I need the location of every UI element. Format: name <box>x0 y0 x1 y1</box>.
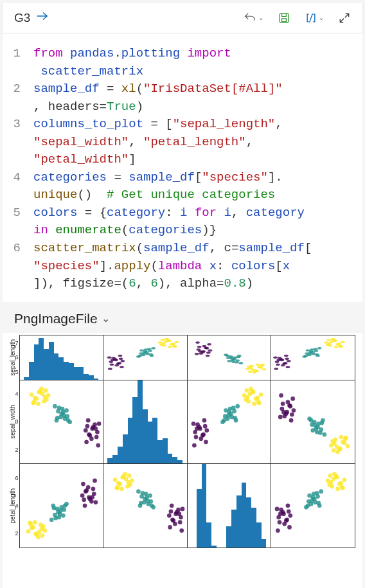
svg-point-226 <box>257 400 262 405</box>
svg-point-46 <box>173 346 177 348</box>
svg-point-83 <box>245 368 249 370</box>
line-number: 4 <box>8 169 33 187</box>
svg-point-274 <box>93 479 97 483</box>
svg-point-194 <box>201 432 206 436</box>
chevron-down-icon: ⌄ <box>319 14 324 21</box>
code-line[interactable]: from pandas.plotting import <box>33 45 357 63</box>
code-line[interactable]: columns_to_plot = ["sepal_length", <box>33 116 357 134</box>
svg-point-241 <box>290 412 294 416</box>
svg-point-362 <box>278 520 282 524</box>
scatter-cell <box>271 335 355 380</box>
svg-point-269 <box>343 440 347 445</box>
svg-point-308 <box>42 528 47 533</box>
svg-point-331 <box>169 510 174 514</box>
output-type-label[interactable]: PngImageFile ⌄ <box>0 302 365 333</box>
code-line[interactable]: scatter_matrix <box>33 63 357 81</box>
svg-point-323 <box>168 525 172 530</box>
svg-point-26 <box>151 347 156 350</box>
svg-point-89 <box>258 366 263 369</box>
svg-point-284 <box>83 490 87 494</box>
save-button[interactable] <box>278 12 290 24</box>
svg-point-341 <box>136 490 141 494</box>
undo-button[interactable]: ⌄ <box>243 11 263 25</box>
svg-point-38 <box>158 341 163 344</box>
svg-point-277 <box>82 504 87 508</box>
line-number: 5 <box>8 204 33 222</box>
code-line[interactable]: categories = sample_df["species"]. <box>33 169 357 187</box>
svg-point-180 <box>43 388 48 393</box>
svg-point-221 <box>258 392 263 396</box>
svg-point-249 <box>310 428 315 432</box>
svg-point-299 <box>62 504 67 508</box>
code-line[interactable]: colors = {category: i for i, category <box>33 204 357 222</box>
expand-button[interactable] <box>338 12 351 24</box>
histogram-cell: 765 <box>19 335 104 380</box>
code-line[interactable]: ]), figsize=(6, 6), alpha=0.8) <box>33 275 357 293</box>
svg-point-390 <box>312 492 316 496</box>
svg-rect-1 <box>282 18 287 21</box>
svg-point-349 <box>120 487 124 492</box>
svg-point-136 <box>339 346 343 348</box>
svg-point-47 <box>197 346 201 348</box>
svg-point-401 <box>343 477 347 482</box>
svg-point-388 <box>316 494 320 499</box>
svg-point-24 <box>139 350 144 352</box>
code-line[interactable]: "species"].apply(lambda x: colors[x <box>33 258 357 276</box>
svg-point-315 <box>40 533 44 538</box>
svg-point-191 <box>199 436 203 441</box>
code-line[interactable]: sample_df = xl("IrisDataSet[#All]" <box>33 80 357 98</box>
svg-point-225 <box>244 388 249 393</box>
scatter-cell <box>187 335 272 380</box>
svg-point-69 <box>227 360 231 362</box>
svg-point-301 <box>51 506 56 510</box>
svg-point-142 <box>85 418 90 422</box>
svg-point-312 <box>39 522 43 527</box>
code-line[interactable]: unique() # Get unique categories <box>33 186 357 204</box>
svg-point-193 <box>191 422 195 426</box>
svg-point-148 <box>96 422 101 426</box>
svg-point-384 <box>307 494 312 498</box>
histogram-cell <box>103 380 188 465</box>
scatter-cell <box>187 380 272 465</box>
svg-point-192 <box>204 428 209 432</box>
svg-point-210 <box>227 406 232 411</box>
code-line[interactable]: "sepal_width", "petal_length", <box>33 134 357 152</box>
svg-point-116 <box>317 347 322 350</box>
svg-point-330 <box>177 512 181 516</box>
svg-point-30 <box>144 348 148 351</box>
svg-point-74 <box>225 355 229 357</box>
svg-point-404 <box>339 481 343 486</box>
svg-point-339 <box>148 494 152 498</box>
reference-button[interactable]: ⌄ <box>305 12 324 24</box>
svg-point-282 <box>80 494 84 498</box>
svg-point-161 <box>53 404 57 408</box>
code-line[interactable]: "petal_width"] <box>33 151 357 169</box>
scatter-cell <box>103 463 188 548</box>
svg-point-88 <box>254 370 259 372</box>
svg-point-209 <box>222 418 226 422</box>
code-editor[interactable]: 1from pandas.plotting import1 scatter_ma… <box>3 33 362 302</box>
svg-point-329 <box>170 518 175 522</box>
svg-point-233 <box>290 396 295 401</box>
svg-point-272 <box>91 487 95 492</box>
svg-point-91 <box>260 364 265 366</box>
svg-point-133 <box>333 340 337 343</box>
svg-point-92 <box>276 364 280 366</box>
svg-point-358 <box>120 476 125 480</box>
svg-point-135 <box>326 339 331 341</box>
svg-point-345 <box>144 492 148 496</box>
svg-point-259 <box>339 434 343 439</box>
svg-point-75 <box>231 361 235 363</box>
scatter-cell <box>103 335 188 380</box>
y-ticks: 642 <box>9 464 19 548</box>
code-line[interactable]: in enumerate(categories)} <box>33 222 357 240</box>
svg-point-285 <box>90 495 94 500</box>
svg-point-403 <box>335 476 339 480</box>
code-line[interactable]: scatter_matrix(sample_df, c=sample_df[ <box>33 240 357 258</box>
svg-point-343 <box>139 494 144 499</box>
svg-point-375 <box>278 512 283 516</box>
code-line[interactable]: , headers=True) <box>33 98 357 116</box>
svg-point-121 <box>315 353 319 356</box>
svg-rect-0 <box>280 13 288 22</box>
svg-point-105 <box>276 359 281 362</box>
